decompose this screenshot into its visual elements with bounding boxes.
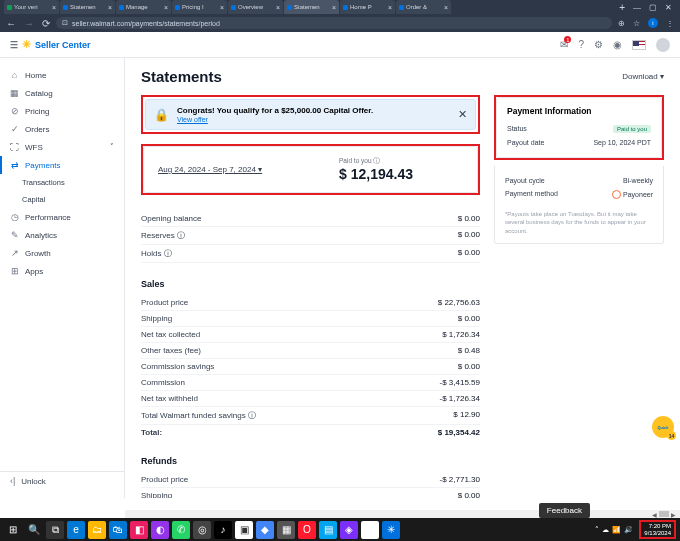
new-tab-button[interactable]: + <box>615 2 629 13</box>
profile-icon[interactable]: i <box>648 18 658 28</box>
sidebar-item-pricing[interactable]: ⊘Pricing <box>0 102 124 120</box>
period-range-selector[interactable]: Aug 24, 2024 - Sep 7, 2024 ▾ <box>158 165 262 174</box>
browser-tab[interactable]: Home P× <box>340 0 395 14</box>
view-offer-link[interactable]: View offer <box>177 116 450 123</box>
seller-center-header: ☰ ✳ Seller Center ✉1 ? ⚙ ◉ <box>0 32 680 58</box>
sidebar-item-capital[interactable]: Capital <box>0 191 124 208</box>
sidebar-item-label: Payments <box>25 161 61 170</box>
line-item: Shipping$ 0.00 <box>141 311 480 327</box>
sidebar-item-catalog[interactable]: ▦Catalog <box>0 84 124 102</box>
tray-chevron-icon[interactable]: ˄ <box>595 526 599 534</box>
payout-cycle-label: Payout cycle <box>505 177 545 184</box>
line-value: $ 12.90 <box>453 410 480 421</box>
sidebar-item-payments[interactable]: ⇄Payments <box>0 156 124 174</box>
tray-wifi-icon[interactable]: 📶 <box>612 526 621 534</box>
quick-help-button[interactable]: Quick <box>652 416 674 438</box>
sidebar-item-home[interactable]: ⌂Home <box>0 66 124 84</box>
menu-icon[interactable]: ⋮ <box>666 19 674 28</box>
payment-info-title: Payment Information <box>507 106 651 116</box>
sidebar-icon: ↗ <box>10 248 19 258</box>
callout-system-time[interactable]: 7:20 PM 9/13/2024 <box>639 520 676 539</box>
seller-center-logo[interactable]: ☰ ✳ Seller Center <box>10 38 91 51</box>
sidebar-item-wfs[interactable]: ⛶WFS˅ <box>0 138 124 156</box>
app-icon[interactable]: ▣ <box>235 521 253 539</box>
line-label: Net tax collected <box>141 330 200 339</box>
search-icon[interactable]: ⊕ <box>618 19 625 28</box>
app-icon[interactable]: ◐ <box>151 521 169 539</box>
browser-tab[interactable]: Overview× <box>228 0 283 14</box>
status-label: Status <box>507 125 527 133</box>
browser-tab[interactable]: Manage× <box>116 0 171 14</box>
sidebar-item-label: Catalog <box>25 89 53 98</box>
explorer-icon[interactable]: 🗂 <box>88 521 106 539</box>
line-label: Shipping <box>141 314 172 323</box>
download-button[interactable]: Download ▾ <box>622 72 664 81</box>
browser-tab[interactable]: Your veri× <box>4 0 59 14</box>
us-flag-icon[interactable] <box>632 40 646 50</box>
app-icon[interactable]: ▤ <box>319 521 337 539</box>
sidebar-item-apps[interactable]: ⊞Apps <box>0 262 124 280</box>
app-icon[interactable]: ◆ <box>256 521 274 539</box>
tiktok-icon[interactable]: ♪ <box>214 521 232 539</box>
horizontal-scrollbar[interactable]: ◀▶ <box>125 510 680 518</box>
browser-tab[interactable]: Pricing I× <box>172 0 227 14</box>
window-minimize[interactable]: — <box>633 3 641 12</box>
inbox-icon[interactable]: ✉1 <box>560 39 568 50</box>
task-view[interactable]: ⧉ <box>46 521 64 539</box>
app-icon[interactable]: ◎ <box>193 521 211 539</box>
line-label: Holds ⓘ <box>141 248 172 259</box>
line-value: $ 0.00 <box>458 491 480 498</box>
help-icon[interactable]: ? <box>578 39 584 50</box>
nav-reload[interactable]: ⟳ <box>42 18 50 29</box>
sidebar-item-growth[interactable]: ↗Growth <box>0 244 124 262</box>
sidebar-item-transactions[interactable]: Transactions <box>0 174 124 191</box>
line-label: Product price <box>141 475 188 484</box>
payoneer-logo: Payoneer <box>612 190 653 199</box>
window-maximize[interactable]: ▢ <box>649 3 657 12</box>
url-input[interactable]: ⊡ seller.walmart.com/payments/statements… <box>56 17 612 29</box>
callout-payment-info: Payment Information Status Paid to you P… <box>494 95 664 160</box>
settings-icon[interactable]: ⚙ <box>594 39 603 50</box>
clock-time: 7:20 PM <box>644 523 671 530</box>
edge-icon[interactable]: e <box>67 521 85 539</box>
app-icon[interactable]: ◈ <box>340 521 358 539</box>
menu-toggle-icon[interactable]: ☰ <box>10 40 18 50</box>
callout-capital-offer: 🔒 Congrats! You qualify for a $25,000.00… <box>141 95 480 134</box>
sidebar-item-analytics[interactable]: ✎Analytics <box>0 226 124 244</box>
bookmark-icon[interactable]: ☆ <box>633 19 640 28</box>
close-icon[interactable]: ✕ <box>458 108 467 121</box>
main-content: Statements Download ▾ 🔒 Congrats! You qu… <box>125 58 680 498</box>
browser-tab[interactable]: Order &× <box>396 0 451 14</box>
app-icon[interactable]: ◧ <box>130 521 148 539</box>
line-value: $ 0.00 <box>458 230 480 241</box>
search-button[interactable]: 🔍 <box>25 521 43 539</box>
line-value: $ 0.48 <box>458 346 480 355</box>
store-icon[interactable]: 🛍 <box>109 521 127 539</box>
tray-cloud-icon[interactable]: ☁ <box>602 526 609 534</box>
app-icon[interactable]: ✳ <box>382 521 400 539</box>
chrome-icon[interactable]: ◉ <box>361 521 379 539</box>
avatar[interactable] <box>656 38 670 52</box>
nav-forward[interactable]: → <box>24 18 34 29</box>
tray-volume-icon[interactable]: 🔊 <box>624 526 633 534</box>
sales-heading: Sales <box>141 279 480 289</box>
line-item: Product price$ 22,756.63 <box>141 295 480 311</box>
browser-tab[interactable]: Statemen× <box>284 0 339 14</box>
sidebar-unlock[interactable]: ‹| Unlock <box>0 472 124 490</box>
window-close[interactable]: ✕ <box>665 3 672 12</box>
sidebar-item-label: Home <box>25 71 46 80</box>
sidebar-icon: ⊞ <box>10 266 19 276</box>
line-item: Commission-$ 3,415.59 <box>141 375 480 391</box>
sidebar-item-performance[interactable]: ◷Performance <box>0 208 124 226</box>
opera-icon[interactable]: O <box>298 521 316 539</box>
nav-back[interactable]: ← <box>6 18 16 29</box>
browser-tab[interactable]: Statemen× <box>60 0 115 14</box>
start-button[interactable]: ⊞ <box>4 521 22 539</box>
whatsapp-icon[interactable]: ✆ <box>172 521 190 539</box>
notification-icon[interactable]: ◉ <box>613 39 622 50</box>
app-icon[interactable]: ▦ <box>277 521 295 539</box>
line-item: Shipping$ 0.00 <box>141 488 480 498</box>
sidebar-item-orders[interactable]: ✓Orders <box>0 120 124 138</box>
feedback-button[interactable]: Feedback <box>539 503 590 518</box>
sidebar-item-label: Orders <box>25 125 49 134</box>
